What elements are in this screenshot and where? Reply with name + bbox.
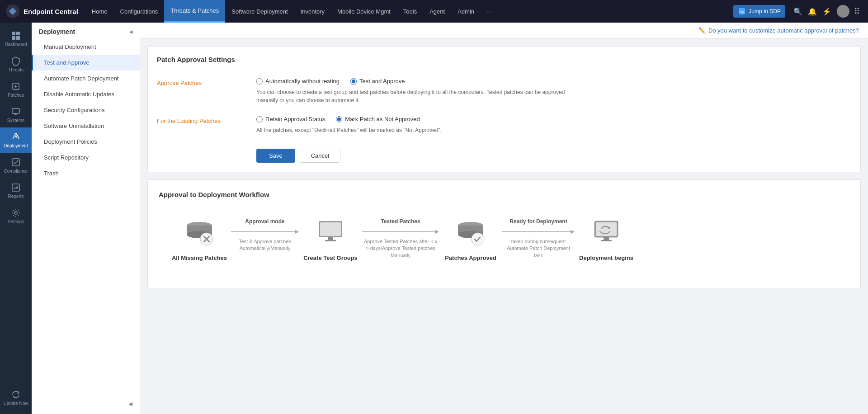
svg-rect-11 — [12, 184, 19, 191]
top-nav: Endpoint Central Home Configurations Thr… — [0, 0, 868, 23]
submenu-item-deployment-policies[interactable]: Deployment Policies — [32, 134, 140, 150]
radio-retain-status[interactable]: Retain Approval Status — [256, 116, 325, 122]
systems-icon — [11, 107, 21, 117]
approve-patches-options: Automatically without testing Test and A… — [256, 78, 573, 104]
step3-icon-wrap — [453, 214, 489, 250]
nav-admin[interactable]: Admin — [451, 0, 481, 23]
sidebar-item-systems[interactable]: Systems — [0, 102, 32, 127]
cancel-button[interactable]: Cancel — [300, 149, 340, 163]
submenu-item-disable-updates[interactable]: Disable Automatic Updates — [32, 86, 140, 102]
patch-approval-card: Patch Approval Settings Approve Patches … — [147, 46, 861, 172]
workflow-card: Approval to Deployment Workflow — [147, 179, 861, 288]
step2-icon-wrap — [312, 214, 349, 250]
nav-agent[interactable]: Agent — [423, 0, 451, 23]
arrow3-line: ▶ — [502, 228, 575, 235]
svg-rect-4 — [16, 32, 20, 35]
submenu-item-software-uninstall[interactable]: Software Uninstallation — [32, 118, 140, 134]
workflow-steps: All Missing Patches Approval mode ▶ Test… — [159, 209, 849, 277]
grid-apps-icon[interactable]: ⠿ — [851, 5, 863, 18]
nav-home[interactable]: Home — [85, 0, 114, 23]
monitor-sync-icon — [590, 216, 623, 248]
sidebar-item-reports[interactable]: Reports — [0, 178, 32, 203]
submenu-item-test-approve[interactable]: Test and Approve — [32, 55, 140, 71]
nav-inventory[interactable]: Inventory — [294, 0, 331, 23]
approve-patches-desc: You can choose to create a test group an… — [256, 88, 573, 104]
svg-point-9 — [15, 133, 17, 135]
sidebar-item-compliance[interactable]: Compliance — [0, 153, 32, 178]
step2-label: Create Test Groups — [303, 254, 358, 261]
step4-label: Deployment begins — [579, 254, 633, 261]
submenu-item-security-config[interactable]: Security Configurations — [32, 102, 140, 118]
step1-label: All Missing Patches — [172, 254, 227, 261]
notification-icon-btn[interactable]: 🔔 — [805, 5, 820, 18]
svg-point-12 — [14, 212, 17, 214]
radio-auto-no-test-label: Automatically without testing — [265, 78, 340, 85]
svg-rect-5 — [12, 36, 15, 40]
submenu: Deployment ◂ Manual Deployment Test and … — [32, 23, 140, 414]
submenu-item-script-repo[interactable]: Script Repository — [32, 150, 140, 165]
sidebar-item-patches[interactable]: Patches — [0, 77, 32, 102]
dashboard-label: Dashboard — [5, 42, 27, 47]
search-icon-btn[interactable]: 🔍 — [791, 5, 805, 18]
existing-radio-row: Retain Approval Status Mark Patch as Not… — [256, 116, 442, 122]
workflow-step-4: Deployment begins — [575, 214, 638, 261]
jump-sdp-btn[interactable]: SD Jump to SDP — [733, 5, 785, 18]
radio-retain-input[interactable] — [256, 116, 263, 122]
arrow3-label: Ready for Deployment — [509, 218, 567, 225]
avatar[interactable] — [837, 5, 849, 18]
nav-threats-patches[interactable]: Threats & Patches — [164, 0, 225, 23]
radio-mark-not-approved[interactable]: Mark Patch as Not Approved — [336, 116, 420, 122]
update-icon — [11, 390, 21, 400]
radio-options-row: Automatically without testing Test and A… — [256, 78, 573, 85]
main-content: ✏️ Do you want to customize automatic ap… — [140, 23, 868, 414]
nav-mobile-device[interactable]: Mobile Device Mgmt — [331, 0, 397, 23]
step4-icon-wrap — [588, 214, 624, 250]
nav-configurations[interactable]: Configurations — [114, 0, 165, 23]
workflow-step-1: All Missing Patches — [168, 214, 231, 261]
nav-more[interactable]: ··· — [481, 0, 498, 23]
submenu-item-automate[interactable]: Automate Patch Deployment — [32, 71, 140, 86]
svg-rect-20 — [328, 237, 333, 240]
step3-label: Patches Approved — [445, 254, 496, 261]
svg-rect-3 — [12, 32, 15, 35]
sidebar-item-update[interactable]: Update Now — [0, 385, 32, 410]
save-button[interactable]: Save — [256, 149, 295, 163]
nav-software-deployment[interactable]: Software Deployment — [225, 0, 294, 23]
radio-test-approve[interactable]: Test and Approve — [350, 78, 405, 85]
workflow-step-2: Create Test Groups — [299, 214, 362, 261]
existing-patches-desc: All the patches, except "Declined Patche… — [256, 126, 442, 134]
workflow-title: Approval to Deployment Workflow — [159, 191, 849, 198]
submenu-item-trash[interactable]: Trash — [32, 165, 140, 181]
arrow3-sublabel: taken during subsequent Automate Patch D… — [502, 238, 575, 259]
submenu-title: Deployment — [39, 28, 75, 35]
flash-icon-btn[interactable]: ⚡ — [820, 5, 834, 18]
btn-row: Save Cancel — [256, 149, 851, 163]
svg-rect-6 — [16, 36, 20, 40]
sidebar-item-dashboard[interactable]: Dashboard — [0, 26, 32, 52]
step1-icon-wrap — [181, 214, 217, 250]
arrow1-line: ▶ — [231, 228, 299, 235]
radio-test-approve-input[interactable] — [350, 78, 357, 85]
nav-logo: Endpoint Central — [5, 4, 78, 19]
systems-label: Systems — [7, 118, 24, 123]
collapse-submenu-btn[interactable]: ◂ — [129, 28, 132, 35]
customize-link[interactable]: Do you want to customize automatic appro… — [708, 27, 859, 34]
logo-icon — [5, 4, 20, 19]
compliance-label: Compliance — [4, 169, 28, 174]
radio-auto-no-test[interactable]: Automatically without testing — [256, 78, 340, 85]
sidebar-item-deployment[interactable]: Deployment — [0, 127, 32, 153]
patch-approval-title: Patch Approval Settings — [157, 56, 851, 63]
radio-mark-not-approved-input[interactable] — [336, 116, 342, 122]
nav-tools[interactable]: Tools — [397, 0, 423, 23]
submenu-collapse-side-btn[interactable]: ◂ — [125, 397, 136, 410]
sidebar-item-settings[interactable]: Settings — [0, 203, 32, 229]
deployment-icon — [11, 132, 21, 142]
submenu-item-manual[interactable]: Manual Deployment — [32, 39, 140, 55]
arrow2-line: ▶ — [362, 228, 439, 235]
monitor-icon — [314, 216, 347, 248]
sidebar-item-threats[interactable]: Threats — [0, 52, 32, 77]
stack-x-icon — [183, 216, 216, 248]
submenu-header: Deployment ◂ — [32, 23, 140, 39]
dashboard-icon — [11, 31, 21, 41]
radio-auto-no-test-input[interactable] — [256, 78, 263, 85]
